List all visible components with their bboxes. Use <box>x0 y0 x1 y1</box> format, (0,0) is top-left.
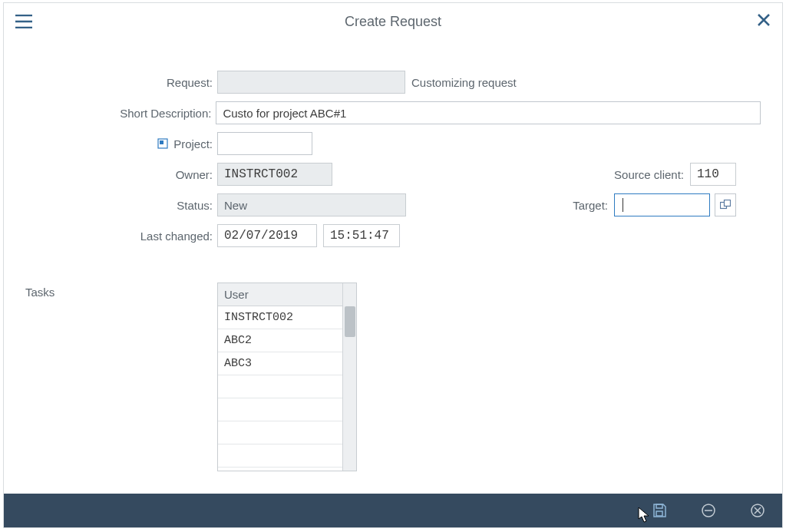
target-input[interactable] <box>614 193 710 216</box>
close-icon[interactable] <box>755 11 773 29</box>
svg-rect-4 <box>656 504 662 508</box>
cancel-button[interactable] <box>748 501 767 520</box>
table-row[interactable] <box>218 444 342 468</box>
short-description-input[interactable] <box>216 101 761 124</box>
project-label-text: Project: <box>173 137 213 150</box>
minimize-button[interactable] <box>699 501 718 520</box>
svg-rect-3 <box>725 200 731 207</box>
header-bar: Create Request <box>4 3 782 40</box>
status-field: New <box>217 193 406 216</box>
target-label: Target: <box>573 199 609 212</box>
last-changed-date-field: 02/07/2019 <box>217 224 317 247</box>
tasks-column-header[interactable]: User <box>218 283 342 306</box>
form-area: Request: Customizing request Short Descr… <box>4 40 782 471</box>
footer-bar <box>4 494 782 527</box>
svg-rect-1 <box>160 140 163 144</box>
scrollbar-thumb[interactable] <box>345 306 355 337</box>
svg-rect-5 <box>656 511 662 516</box>
tasks-label: Tasks <box>25 283 217 299</box>
source-client-label: Source client: <box>614 168 685 181</box>
menu-icon[interactable] <box>13 11 35 32</box>
tasks-scrollbar[interactable] <box>342 283 356 471</box>
table-row[interactable]: ABC3 <box>218 352 342 375</box>
table-row[interactable] <box>218 375 342 398</box>
owner-label: Owner: <box>25 168 217 181</box>
request-label: Request: <box>25 76 217 89</box>
source-client-field: 110 <box>690 163 736 186</box>
project-input[interactable] <box>217 132 312 155</box>
project-icon <box>157 137 169 150</box>
table-row[interactable]: ABC2 <box>218 329 342 352</box>
project-label: Project: <box>25 137 217 150</box>
request-field <box>217 71 405 94</box>
request-type-text: Customizing request <box>411 76 517 89</box>
table-row[interactable]: INSTRCT002 <box>218 306 342 329</box>
table-row[interactable] <box>218 421 342 444</box>
window-title: Create Request <box>4 14 782 30</box>
owner-field: INSTRCT002 <box>217 163 332 186</box>
status-label: Status: <box>25 199 217 212</box>
last-changed-time-field: 15:51:47 <box>323 224 400 247</box>
save-button[interactable] <box>650 501 669 520</box>
short-description-label: Short Description: <box>25 107 216 120</box>
table-row[interactable] <box>218 398 342 421</box>
last-changed-label: Last changed: <box>25 230 217 243</box>
target-value-help-button[interactable] <box>715 193 736 216</box>
tasks-table: User INSTRCT002 ABC2 ABC3 <box>217 283 357 471</box>
